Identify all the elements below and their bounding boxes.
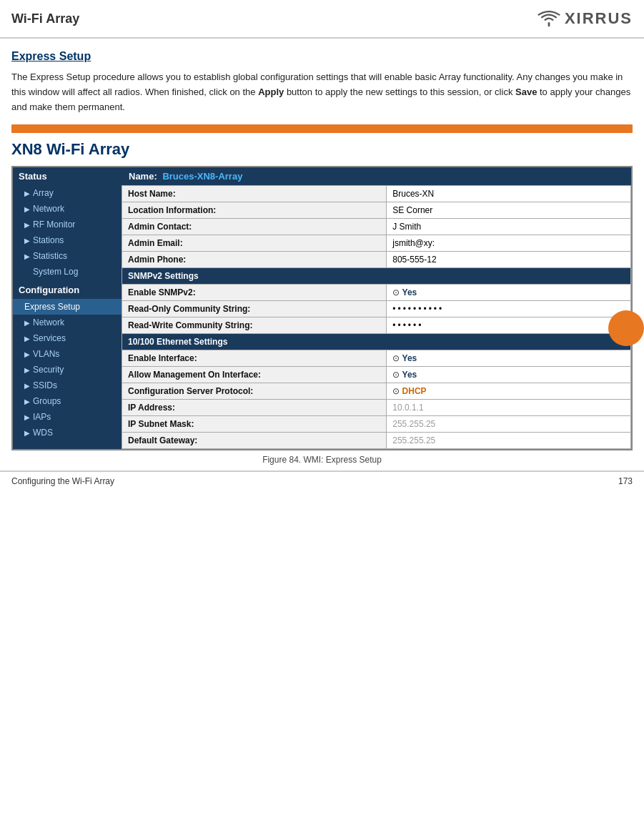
field-label-ro-community: Read-Only Community String:	[122, 301, 387, 317]
snmp-section-label: SNMPv2 Settings	[122, 268, 631, 285]
table-row: IP Address:	[122, 400, 631, 416]
orange-bar	[11, 124, 633, 133]
sidebar: Status ▶ Array ▶ Network ▶ RF Monitor ▶ …	[13, 167, 122, 449]
logo-text: XIRRUS	[565, 9, 633, 28]
table-row: Admin Phone:	[122, 252, 631, 268]
name-bar: Name: Bruces-XN8-Array	[122, 167, 631, 185]
footer-right: 173	[618, 476, 633, 486]
sidebar-item-iaps[interactable]: ▶ IAPs	[13, 409, 122, 425]
sidebar-item-groups[interactable]: ▶ Groups	[13, 393, 122, 409]
chevron-right-icon: ▶	[24, 319, 30, 327]
field-label-rw-community: Read-Write Community String:	[122, 317, 387, 334]
field-value-admin-contact[interactable]	[387, 219, 631, 235]
chevron-right-icon: ▶	[24, 221, 30, 229]
device-title: XN8 Wi-Fi Array	[11, 140, 633, 159]
field-value-location[interactable]	[387, 202, 631, 219]
ui-frame: Status ▶ Array ▶ Network ▶ RF Monitor ▶ …	[11, 166, 633, 450]
sidebar-item-express-setup[interactable]: Express Setup	[13, 299, 122, 315]
page-footer: Configuring the Wi-Fi Array 173	[0, 470, 644, 491]
field-value-enable-interface: ⊙ Yes	[387, 350, 631, 367]
field-value-admin-email[interactable]	[387, 235, 631, 252]
sidebar-item-services[interactable]: ▶ Services	[13, 330, 122, 346]
field-label-allow-mgmt: Allow Management On Interface:	[122, 367, 387, 383]
table-row: Enable Interface: ⊙ Yes	[122, 350, 631, 367]
table-row: Admin Contact:	[122, 219, 631, 235]
header-title: Wi-Fi Array	[11, 11, 79, 26]
allow-mgmt-yes-label: Yes	[402, 370, 417, 380]
sidebar-item-network-config[interactable]: ▶ Network	[13, 315, 122, 330]
enable-interface-yes-label: Yes	[402, 353, 417, 363]
ip-address-input[interactable]	[392, 403, 625, 413]
hostname-input[interactable]	[392, 189, 625, 199]
name-label: Name:	[129, 171, 157, 182]
sidebar-item-rf-monitor[interactable]: ▶ RF Monitor	[13, 217, 122, 232]
content-area: Name: Bruces-XN8-Array Host Name: Locati…	[122, 167, 631, 449]
chevron-right-icon: ▶	[24, 237, 30, 245]
sidebar-item-statistics[interactable]: ▶ Statistics	[13, 248, 122, 264]
field-label-enable-interface: Enable Interface:	[122, 350, 387, 367]
field-value-admin-phone[interactable]	[387, 252, 631, 268]
section-title: Express Setup	[11, 50, 633, 63]
table-row: Default Gateway:	[122, 433, 631, 449]
sidebar-item-system-log[interactable]: System Log	[13, 264, 122, 280]
field-label-admin-email: Admin Email:	[122, 235, 387, 252]
chevron-right-icon: ▶	[24, 350, 30, 358]
chevron-right-icon: ▶	[24, 382, 30, 390]
table-row: IP Subnet Mask:	[122, 416, 631, 433]
admin-email-input[interactable]	[392, 238, 625, 248]
chevron-right-icon: ▶	[24, 189, 30, 197]
logo-area: XIRRUS	[536, 6, 633, 31]
table-row: Location Information:	[122, 202, 631, 219]
field-value-subnet-mask[interactable]	[387, 416, 631, 433]
subnet-mask-input[interactable]	[392, 419, 625, 429]
field-label-location: Location Information:	[122, 202, 387, 219]
radio-icon: ⊙	[392, 287, 400, 297]
chevron-right-icon: ▶	[24, 398, 30, 405]
sidebar-config-header: Configuration	[13, 281, 122, 299]
form-table: Host Name: Location Information: Admin C…	[122, 185, 631, 449]
field-label-config-protocol: Configuration Server Protocol:	[122, 383, 387, 400]
snmp-section-row: SNMPv2 Settings	[122, 268, 631, 285]
sidebar-item-vlans[interactable]: ▶ VLANs	[13, 346, 122, 362]
sidebar-item-network-status[interactable]: ▶ Network	[13, 201, 122, 217]
field-value-rw-community[interactable]	[387, 317, 631, 334]
field-label-admin-phone: Admin Phone:	[122, 252, 387, 268]
chevron-right-icon: ▶	[24, 366, 30, 374]
field-value-hostname[interactable]	[387, 186, 631, 202]
location-input[interactable]	[392, 205, 625, 215]
field-label-ip-address: IP Address:	[122, 400, 387, 416]
chevron-right-icon: ▶	[24, 429, 30, 437]
snmp-yes-label: Yes	[402, 287, 417, 297]
radio-icon: ⊙	[392, 353, 400, 363]
field-value-ro-community[interactable]	[387, 301, 631, 317]
ro-community-input[interactable]	[392, 304, 625, 314]
chevron-right-icon: ▶	[24, 335, 30, 343]
page-header: Wi-Fi Array XIRRUS	[0, 0, 644, 39]
sidebar-item-stations[interactable]: ▶ Stations	[13, 232, 122, 248]
radio-icon: ⊙	[392, 370, 400, 380]
sidebar-item-security[interactable]: ▶ Security	[13, 362, 122, 378]
table-row: Admin Email:	[122, 235, 631, 252]
admin-contact-input[interactable]	[392, 222, 625, 232]
rw-community-input[interactable]	[392, 320, 625, 330]
field-value-enable-snmp: ⊙ Yes	[387, 285, 631, 301]
field-label-admin-contact: Admin Contact:	[122, 219, 387, 235]
sidebar-item-ssids[interactable]: ▶ SSIDs	[13, 378, 122, 393]
sidebar-item-wds[interactable]: ▶ WDS	[13, 425, 122, 440]
table-row: Host Name:	[122, 186, 631, 202]
figure-caption: Figure 84. WMI: Express Setup	[11, 455, 633, 465]
ethernet-section-row: 10/100 Ethernet Settings	[122, 334, 631, 350]
chevron-right-icon: ▶	[24, 205, 30, 213]
sidebar-item-array[interactable]: ▶ Array	[13, 185, 122, 201]
admin-phone-input[interactable]	[392, 255, 625, 265]
table-row: Configuration Server Protocol: ⊙ DHCP	[122, 383, 631, 400]
footer-left: Configuring the Wi-Fi Array	[11, 476, 114, 486]
default-gateway-input[interactable]	[392, 435, 625, 445]
chevron-right-icon: ▶	[24, 252, 30, 260]
radio-icon: ⊙	[392, 386, 400, 396]
field-value-default-gateway[interactable]	[387, 433, 631, 449]
table-row: Read-Only Community String:	[122, 301, 631, 317]
field-value-ip-address[interactable]	[387, 400, 631, 416]
ethernet-section-label: 10/100 Ethernet Settings	[122, 334, 631, 350]
description: The Express Setup procedure allows you t…	[11, 70, 633, 114]
